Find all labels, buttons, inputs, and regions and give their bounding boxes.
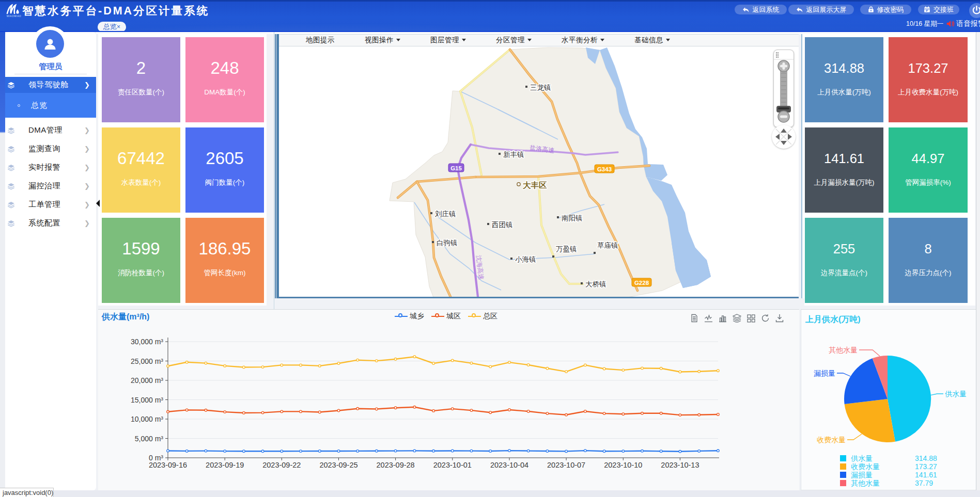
svg-text:西团镇: 西团镇 (492, 221, 513, 229)
svg-text:大桥镇: 大桥镇 (585, 280, 606, 288)
svg-text:万盈镇: 万盈镇 (556, 245, 577, 253)
svg-text:南阳镇: 南阳镇 (562, 214, 583, 222)
svg-text:G343: G343 (597, 166, 612, 172)
svg-text:草庙镇: 草庙镇 (597, 242, 618, 249)
svg-text:新丰镇: 新丰镇 (503, 151, 524, 158)
svg-text:小海镇: 小海镇 (515, 255, 536, 263)
svg-text:白驹镇: 白驹镇 (437, 239, 458, 247)
svg-text:G228: G228 (634, 280, 649, 286)
svg-text:MIAOMIAO: MIAOMIAO (7, 15, 21, 18)
svg-text:刘庄镇: 刘庄镇 (435, 210, 456, 218)
svg-text:大丰区: 大丰区 (523, 181, 547, 189)
svg-text:三龙镇: 三龙镇 (530, 84, 551, 91)
svg-text:G15: G15 (450, 165, 462, 171)
